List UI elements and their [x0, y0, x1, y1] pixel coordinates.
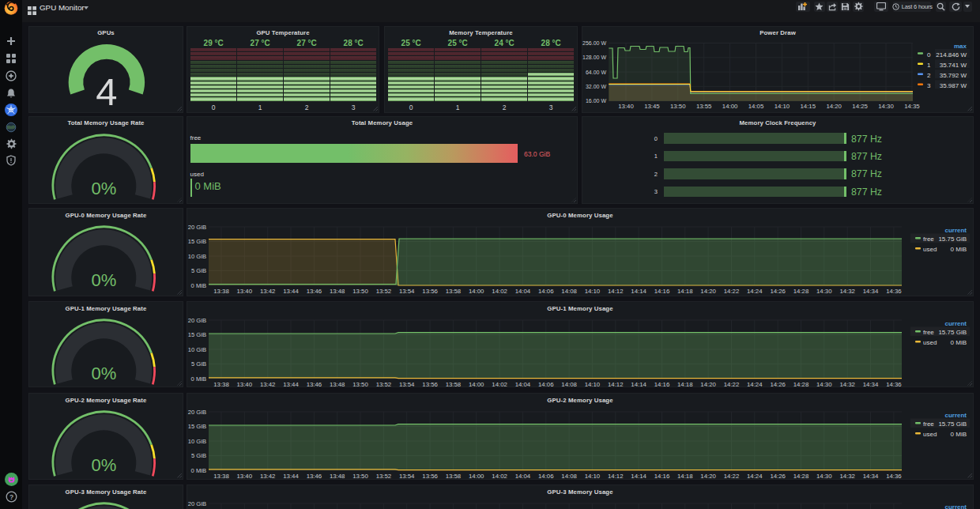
svg-text:4: 4	[96, 70, 117, 111]
svg-text:14:06: 14:06	[538, 288, 554, 295]
svg-text:15.75 GiB: 15.75 GiB	[938, 329, 967, 336]
svg-text:13:46: 13:46	[307, 380, 322, 387]
svg-text:35.987 W: 35.987 W	[940, 81, 967, 89]
svg-text:used: used	[923, 246, 937, 253]
svg-text:15 GiB: 15 GiB	[188, 423, 206, 430]
svg-text:14:08: 14:08	[561, 288, 577, 295]
svg-text:14:34: 14:34	[863, 380, 879, 387]
svg-text:13:44: 13:44	[283, 380, 299, 387]
svg-text:?: ?	[9, 493, 13, 501]
svg-text:13:50: 13:50	[352, 472, 368, 479]
svg-text:13:55: 13:55	[696, 103, 712, 110]
svg-text:14:34: 14:34	[863, 288, 879, 295]
svg-text:14:04: 14:04	[515, 380, 531, 387]
svg-text:13:40: 13:40	[237, 472, 253, 479]
svg-text:13:50: 13:50	[352, 288, 368, 295]
svg-text:10 GiB: 10 GiB	[188, 345, 206, 353]
svg-text:0 MiB: 0 MiB	[951, 339, 967, 346]
svg-text:14:08: 14:08	[561, 380, 577, 387]
svg-text:13:54: 13:54	[399, 472, 415, 479]
svg-text:14:32: 14:32	[839, 380, 855, 387]
svg-text:14:18: 14:18	[677, 472, 693, 479]
svg-text:14:20: 14:20	[700, 472, 716, 479]
svg-text:14:32: 14:32	[839, 288, 855, 295]
svg-text:14:16: 14:16	[654, 380, 670, 387]
svg-text:14:36: 14:36	[886, 472, 902, 479]
svg-text:current: current	[944, 412, 967, 419]
svg-text:13:46: 13:46	[307, 472, 322, 479]
svg-text:14:10: 14:10	[585, 472, 601, 479]
svg-text:14:00: 14:00	[722, 103, 738, 110]
svg-text:14:26: 14:26	[770, 380, 786, 387]
svg-text:14:24: 14:24	[747, 288, 763, 295]
svg-text:13:40: 13:40	[237, 288, 253, 295]
svg-text:13:54: 13:54	[399, 380, 415, 387]
svg-text:13:50: 13:50	[352, 380, 368, 387]
svg-text:14:35: 14:35	[904, 103, 920, 110]
svg-text:20 GiB: 20 GiB	[188, 500, 206, 507]
svg-text:used: used	[923, 431, 937, 438]
svg-text:14:18: 14:18	[677, 288, 693, 295]
svg-text:35.792 W: 35.792 W	[940, 71, 967, 78]
svg-text:5 GiB: 5 GiB	[191, 360, 206, 368]
svg-text:3: 3	[927, 81, 931, 89]
svg-text:13:44: 13:44	[283, 288, 299, 295]
svg-text:14:30: 14:30	[816, 288, 832, 295]
svg-text:256.00 W: 256.00 W	[582, 40, 606, 46]
svg-text:20 GiB: 20 GiB	[188, 224, 206, 231]
svg-text:15 GiB: 15 GiB	[188, 238, 206, 245]
svg-text:14:12: 14:12	[608, 288, 624, 295]
svg-text:14:24: 14:24	[747, 472, 763, 479]
svg-text:20 GiB: 20 GiB	[188, 316, 206, 323]
svg-text:13:38: 13:38	[213, 380, 229, 387]
svg-text:14:02: 14:02	[492, 472, 507, 479]
svg-text:14:02: 14:02	[492, 288, 507, 295]
svg-text:14:06: 14:06	[538, 380, 554, 387]
svg-text:14:28: 14:28	[793, 288, 809, 295]
svg-text:14:16: 14:16	[654, 472, 670, 479]
svg-text:14:00: 14:00	[469, 380, 484, 387]
svg-text:1: 1	[927, 61, 931, 68]
svg-text:14:20: 14:20	[700, 288, 716, 295]
svg-text:13:45: 13:45	[644, 103, 660, 110]
svg-text:0 MiB: 0 MiB	[191, 282, 206, 289]
svg-text:5 GiB: 5 GiB	[191, 452, 206, 459]
svg-text:current: current	[944, 227, 967, 234]
svg-text:current: current	[944, 503, 967, 509]
svg-text:2: 2	[927, 71, 931, 78]
svg-text:13:38: 13:38	[213, 472, 229, 479]
svg-text:13:58: 13:58	[446, 380, 462, 387]
svg-text:14:10: 14:10	[775, 103, 790, 110]
svg-text:14:22: 14:22	[724, 472, 740, 479]
svg-text:13:50: 13:50	[670, 103, 686, 110]
svg-text:14:12: 14:12	[608, 380, 624, 387]
svg-text:14:28: 14:28	[793, 380, 809, 387]
svg-text:14:36: 14:36	[886, 288, 902, 295]
svg-text:14:25: 14:25	[852, 103, 868, 110]
svg-text:0: 0	[927, 51, 931, 58]
svg-text:10 GiB: 10 GiB	[188, 437, 206, 444]
svg-text:13:56: 13:56	[422, 472, 438, 479]
svg-text:free: free	[923, 329, 934, 336]
svg-text:14:04: 14:04	[515, 288, 531, 295]
svg-text:14:24: 14:24	[747, 380, 763, 387]
svg-text:13:56: 13:56	[422, 288, 438, 295]
svg-text:13:42: 13:42	[260, 288, 276, 295]
svg-text:free: free	[923, 420, 934, 428]
svg-text:64.00 W: 64.00 W	[586, 69, 606, 74]
svg-text:0%: 0%	[91, 270, 116, 290]
svg-text:32.00 W: 32.00 W	[586, 84, 606, 89]
svg-text:13:40: 13:40	[237, 380, 253, 387]
svg-text:14:26: 14:26	[770, 288, 786, 295]
svg-text:13:48: 13:48	[330, 288, 345, 295]
svg-text:14:20: 14:20	[826, 103, 842, 110]
svg-text:13:48: 13:48	[330, 380, 345, 387]
svg-text:14:28: 14:28	[793, 472, 809, 479]
svg-text:14:14: 14:14	[631, 472, 646, 479]
svg-text:14:16: 14:16	[654, 288, 670, 295]
svg-text:13:52: 13:52	[376, 380, 392, 387]
svg-text:14:26: 14:26	[770, 472, 786, 479]
svg-text:13:52: 13:52	[376, 288, 392, 295]
svg-text:0%: 0%	[91, 179, 116, 198]
svg-text:free: free	[923, 236, 934, 243]
